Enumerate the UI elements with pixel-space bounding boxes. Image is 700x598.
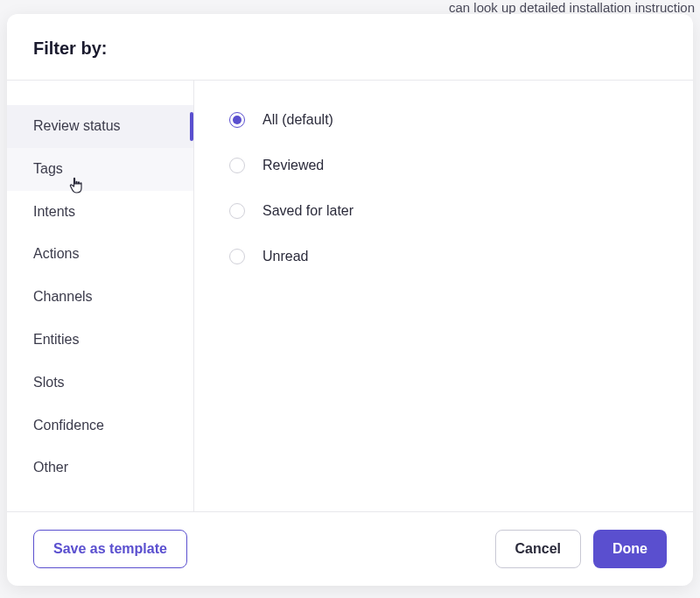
sidebar-item-confidence[interactable]: Confidence (7, 405, 193, 447)
review-status-radio-group: All (default) Reviewed Saved for later U… (229, 112, 658, 264)
radio-icon (229, 112, 245, 128)
sidebar-item-review-status[interactable]: Review status (7, 105, 193, 148)
sidebar-item-tags[interactable]: Tags (7, 148, 193, 191)
radio-option-unread[interactable]: Unread (229, 249, 658, 264)
radio-label: Reviewed (262, 158, 324, 173)
radio-label: Unread (262, 249, 308, 264)
filter-category-sidebar: Review status Tags Intents Actions Chann… (7, 81, 194, 511)
sidebar-item-intents[interactable]: Intents (7, 191, 193, 234)
modal-footer: Save as template Cancel Done (7, 511, 693, 586)
radio-label: All (default) (262, 112, 333, 128)
sidebar-item-other[interactable]: Other (7, 447, 193, 489)
radio-label: Saved for later (262, 203, 354, 219)
radio-option-reviewed[interactable]: Reviewed (229, 158, 658, 173)
radio-option-all[interactable]: All (default) (229, 112, 658, 128)
filter-options-panel: All (default) Reviewed Saved for later U… (194, 81, 693, 511)
filter-modal: Filter by: Review status Tags Intents Ac… (7, 14, 693, 586)
footer-actions: Cancel Done (495, 530, 667, 568)
sidebar-item-entities[interactable]: Entities (7, 319, 193, 362)
radio-icon (229, 249, 245, 264)
save-as-template-button[interactable]: Save as template (33, 530, 187, 568)
modal-body: Review status Tags Intents Actions Chann… (7, 81, 693, 511)
radio-icon (229, 203, 245, 219)
background-partial-text: can look up detailed installation instru… (449, 0, 695, 15)
radio-icon (229, 158, 245, 173)
cancel-button[interactable]: Cancel (495, 530, 581, 568)
radio-option-saved-for-later[interactable]: Saved for later (229, 203, 658, 219)
modal-header: Filter by: (7, 14, 693, 81)
sidebar-item-slots[interactable]: Slots (7, 362, 193, 405)
sidebar-item-channels[interactable]: Channels (7, 276, 193, 319)
modal-title: Filter by: (33, 39, 667, 59)
sidebar-item-actions[interactable]: Actions (7, 233, 193, 276)
done-button[interactable]: Done (593, 530, 667, 568)
